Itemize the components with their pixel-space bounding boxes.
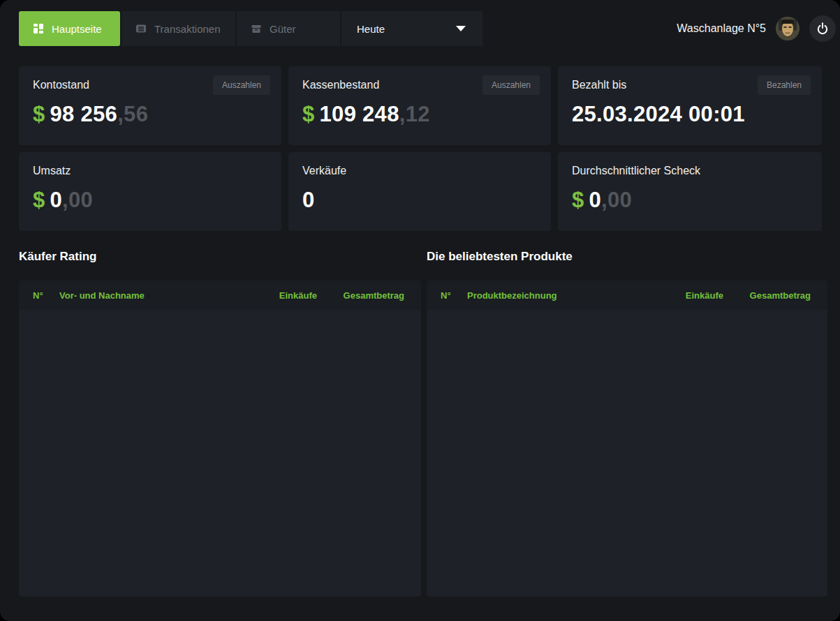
buyer-rating-title: Käufer Rating [19, 250, 96, 264]
column-name: Produktbezeichnung [467, 290, 664, 301]
tab-label: Transaktionen [154, 23, 221, 35]
tab-label: Hauptseite [52, 23, 102, 35]
card-value: $0,00 [572, 187, 808, 214]
top-nav: Hauptseite Transaktionen Gü [19, 11, 482, 46]
top-nav-right: Waschanlage N°5 [677, 11, 836, 46]
column-purchases: Einkäufe [664, 290, 723, 301]
power-icon [816, 22, 830, 36]
top-products-title: Die beliebtesten Produkte [427, 250, 573, 264]
business-name: Waschanlage N°5 [677, 22, 766, 35]
table-header: N° Produktbezeichnung Einkäufe Gesamtbet… [427, 280, 827, 310]
column-total: Gesamtbetrag [317, 290, 404, 301]
chevron-down-icon [456, 26, 466, 31]
card-title: Durchschnittlicher Scheck [572, 164, 808, 178]
currency-symbol: $ [33, 102, 45, 126]
column-name: Vor- und Nachname [59, 290, 258, 301]
card-umsatz: Umsatz $0,00 [19, 152, 281, 231]
column-purchases: Einkäufe [258, 290, 317, 301]
amount: 0 [589, 188, 602, 212]
card-value: $0,00 [33, 187, 267, 214]
avatar[interactable] [776, 17, 800, 40]
card-kassenbestand: Kassenbestand Auszahlen $109 248,12 [288, 66, 551, 145]
amount: 0 [50, 188, 63, 212]
card-title: Verkäufe [302, 164, 537, 178]
goods-icon [251, 23, 262, 34]
amount: 98 256 [50, 102, 118, 126]
card-value: 25.03.2024 00:01 [572, 101, 808, 128]
table-body [19, 310, 421, 597]
top-products-table: N° Produktbezeichnung Einkäufe Gesamtbet… [427, 280, 827, 597]
period-dropdown[interactable]: Heute [340, 11, 482, 46]
card-title: Umsatz [33, 164, 267, 178]
tab-hauptseite[interactable]: Hauptseite [19, 11, 120, 46]
period-dropdown-value: Heute [357, 23, 385, 35]
card-value: $98 256,56 [33, 101, 267, 128]
amount-decimals: ,00 [62, 188, 93, 212]
currency-symbol: $ [572, 188, 584, 212]
auszahlen-button[interactable]: Auszahlen [213, 75, 270, 95]
column-number: N° [33, 290, 59, 301]
amount-decimals: ,12 [399, 102, 430, 126]
card-durchschnittlicher-scheck: Durchschnittlicher Scheck $0,00 [558, 152, 822, 231]
currency-symbol: $ [302, 102, 315, 126]
column-total: Gesamtbetrag [723, 290, 811, 301]
table-header: N° Vor- und Nachname Einkäufe Gesamtbetr… [19, 280, 421, 310]
tab-label: Güter [270, 23, 296, 35]
amount-decimals: ,00 [601, 188, 632, 212]
table-body [427, 310, 827, 597]
amount: 109 248 [320, 102, 399, 126]
auszahlen-button[interactable]: Auszahlen [482, 75, 540, 95]
dashboard-icon [33, 23, 44, 34]
stat-cards: Kontostand Auszahlen $98 256,56 Kassenbe… [19, 66, 822, 231]
currency-symbol: $ [33, 188, 45, 212]
dashboard-page: Hauptseite Transaktionen Gü [0, 0, 840, 621]
card-verkaeufe: Verkäufe 0 [288, 152, 551, 231]
card-value: 0 [302, 187, 537, 214]
card-kontostand: Kontostand Auszahlen $98 256,56 [19, 66, 281, 145]
amount-decimals: ,56 [117, 102, 148, 126]
bezahlen-button[interactable]: Bezahlen [758, 75, 811, 95]
transactions-icon [135, 23, 147, 34]
power-button[interactable] [809, 15, 836, 42]
buyer-rating-table: N° Vor- und Nachname Einkäufe Gesamtbetr… [19, 280, 421, 597]
tab-transaktionen[interactable]: Transaktionen [120, 11, 235, 46]
column-number: N° [441, 290, 467, 301]
card-bezahlt-bis: Bezahlt bis Bezahlen 25.03.2024 00:01 [558, 66, 822, 145]
tab-gueter[interactable]: Güter [235, 11, 340, 46]
card-value: $109 248,12 [302, 101, 537, 128]
